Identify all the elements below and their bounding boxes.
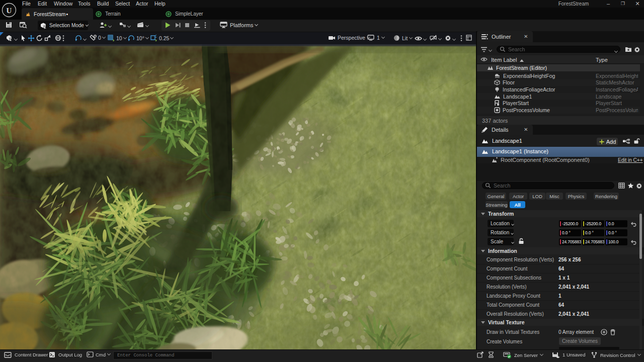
svg-text:U: U (7, 7, 12, 15)
